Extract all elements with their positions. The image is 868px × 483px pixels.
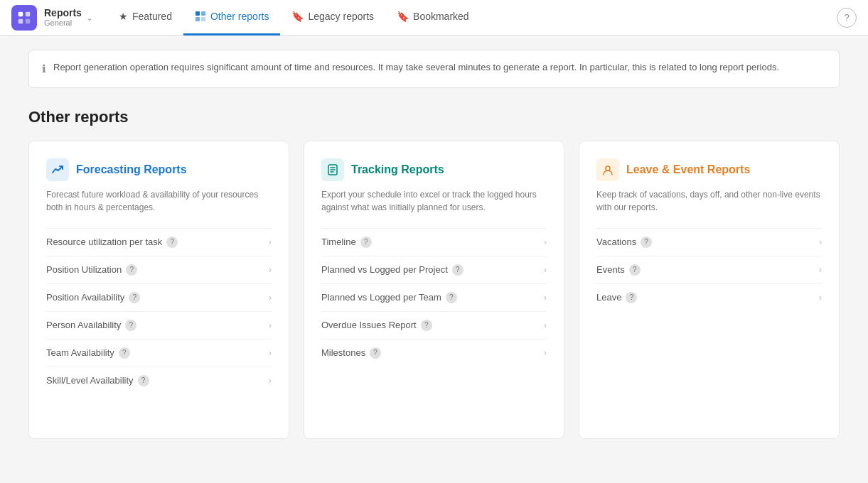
svg-rect-7: [201, 17, 205, 21]
forecasting-card-title: Forecasting Reports: [76, 163, 187, 176]
tracking-card: Tracking Reports Export your schedule in…: [304, 141, 564, 439]
report-item-resource-utilization[interactable]: Resource utilization per task ? ›: [46, 228, 272, 256]
question-icon[interactable]: ?: [626, 292, 637, 303]
arrow-icon: ›: [269, 293, 272, 303]
tracking-card-title: Tracking Reports: [351, 163, 444, 176]
question-icon[interactable]: ?: [129, 292, 140, 303]
question-icon[interactable]: ?: [166, 237, 178, 248]
report-item-leave[interactable]: Leave ? ›: [596, 283, 822, 311]
arrow-icon: ›: [819, 265, 822, 275]
tab-other-reports[interactable]: Other reports: [183, 0, 280, 36]
leave-event-card-desc: Keep track of vacations, days off, and o…: [596, 188, 822, 214]
report-item-events[interactable]: Events ? ›: [596, 256, 822, 283]
forecasting-card-header: Forecasting Reports: [46, 158, 272, 181]
tab-legacy-reports[interactable]: 🔖 Legacy reports: [280, 0, 385, 36]
bookmarked-icon: 🔖: [397, 11, 409, 22]
forecasting-card: Forecasting Reports Forecast future work…: [28, 141, 289, 439]
page-title: Other reports: [28, 108, 840, 126]
leave-event-items: Vacations ? › Events ? › Leave ?: [596, 228, 822, 311]
arrow-icon: ›: [819, 237, 822, 247]
report-item-vacations[interactable]: Vacations ? ›: [596, 228, 822, 256]
nav-tabs: ★ Featured Other reports 🔖 Legacy report…: [107, 0, 481, 35]
report-item-position-availability[interactable]: Position Availability ? ›: [46, 283, 272, 311]
question-icon[interactable]: ?: [629, 264, 641, 276]
arrow-icon: ›: [544, 237, 547, 247]
svg-rect-3: [26, 18, 30, 23]
svg-rect-2: [18, 18, 23, 23]
nav-right: ?: [837, 8, 857, 28]
nav-chevron-icon[interactable]: ⌄: [86, 13, 93, 23]
report-item-team-availability[interactable]: Team Availability ? ›: [46, 339, 272, 367]
top-nav: Reports General ⌄ ★ Featured Other repor…: [0, 0, 868, 36]
arrow-icon: ›: [544, 293, 547, 303]
forecasting-card-icon: [46, 158, 69, 181]
leave-event-card-header: Leave & Event Reports: [596, 158, 822, 181]
info-banner: ℹ Report generation operation requires s…: [28, 50, 840, 88]
question-icon[interactable]: ?: [452, 264, 464, 276]
tab-featured[interactable]: ★ Featured: [107, 0, 183, 36]
report-item-planned-vs-logged-project[interactable]: Planned vs Logged per Project ? ›: [321, 256, 547, 283]
svg-rect-6: [195, 17, 200, 21]
leave-event-card-title: Leave & Event Reports: [626, 163, 750, 176]
help-button[interactable]: ?: [837, 8, 857, 28]
question-icon[interactable]: ?: [421, 320, 432, 331]
arrow-icon: ›: [269, 348, 272, 358]
question-icon[interactable]: ?: [125, 320, 136, 331]
app-title-group: Reports General: [44, 7, 82, 28]
report-item-milestones[interactable]: Milestones ? ›: [321, 339, 547, 367]
report-item-person-availability[interactable]: Person Availability ? ›: [46, 311, 272, 339]
svg-rect-1: [26, 11, 30, 16]
tracking-card-desc: Export your schedule into excel or track…: [321, 188, 547, 214]
question-icon[interactable]: ?: [119, 347, 130, 359]
svg-point-12: [606, 166, 610, 170]
app-subtitle: General: [44, 18, 82, 28]
question-icon[interactable]: ?: [138, 375, 149, 386]
arrow-icon: ›: [269, 265, 272, 275]
question-icon[interactable]: ?: [370, 347, 381, 359]
tracking-items: Timeline ? › Planned vs Logged per Proje…: [321, 228, 547, 367]
leave-event-card: Leave & Event Reports Keep track of vaca…: [579, 141, 840, 439]
app-logo[interactable]: [11, 5, 37, 31]
banner-text: Report generation operation requires sig…: [53, 60, 779, 75]
featured-icon: ★: [119, 11, 128, 22]
cards-grid: Forecasting Reports Forecast future work…: [28, 141, 840, 439]
arrow-icon: ›: [819, 293, 822, 303]
svg-rect-0: [18, 11, 23, 16]
arrow-icon: ›: [544, 265, 547, 275]
question-icon[interactable]: ?: [126, 264, 137, 276]
report-item-timeline[interactable]: Timeline ? ›: [321, 228, 547, 256]
question-icon[interactable]: ?: [446, 292, 457, 303]
tracking-card-header: Tracking Reports: [321, 158, 547, 181]
main-content: ℹ Report generation operation requires s…: [0, 36, 868, 453]
report-item-overdue-issues[interactable]: Overdue Issues Report ? ›: [321, 311, 547, 339]
arrow-icon: ›: [544, 320, 547, 330]
report-item-skill-level-availability[interactable]: Skill/Level Availability ? ›: [46, 367, 272, 394]
tracking-card-icon: [321, 158, 344, 181]
forecasting-card-desc: Forecast future workload & availability …: [46, 188, 272, 214]
arrow-icon: ›: [269, 376, 272, 386]
other-reports-icon: [195, 11, 206, 22]
question-icon[interactable]: ?: [641, 237, 652, 248]
question-icon[interactable]: ?: [360, 237, 372, 248]
report-item-position-utilization[interactable]: Position Utilization ? ›: [46, 256, 272, 283]
app-title: Reports: [44, 7, 82, 19]
leave-event-card-icon: [596, 158, 619, 181]
forecasting-items: Resource utilization per task ? › Positi…: [46, 228, 272, 394]
arrow-icon: ›: [269, 320, 272, 330]
info-icon: ℹ: [42, 61, 46, 77]
tab-bookmarked[interactable]: 🔖 Bookmarked: [385, 0, 481, 36]
report-item-planned-vs-logged-team[interactable]: Planned vs Logged per Team ? ›: [321, 283, 547, 311]
svg-rect-4: [195, 11, 200, 16]
svg-rect-5: [201, 11, 205, 16]
arrow-icon: ›: [544, 348, 547, 358]
legacy-reports-icon: 🔖: [291, 11, 304, 22]
arrow-icon: ›: [269, 237, 272, 247]
